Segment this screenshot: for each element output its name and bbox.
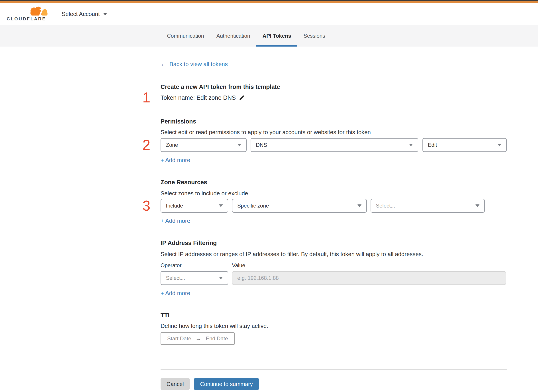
account-selector[interactable]: Select Account — [62, 3, 107, 25]
chevron-down-icon — [219, 277, 223, 279]
tab-api-tokens[interactable]: API Tokens — [256, 25, 297, 47]
ip-filtering-add-more-link[interactable]: + Add more — [161, 290, 190, 296]
ttl-section: TTL Define how long this token will stay… — [161, 312, 507, 345]
permissions-description: Select edit or read permissions to apply… — [161, 129, 507, 135]
value-label: Value — [232, 262, 245, 268]
ip-filtering-labels: Operator Value — [161, 262, 507, 268]
back-link-label: Back to view all tokens — [169, 61, 228, 68]
back-arrow-icon: ← — [161, 61, 167, 67]
add-more-label: + Add more — [161, 218, 190, 224]
zone-type-value: Specific zone — [237, 203, 269, 209]
main-content: ← Back to view all tokens Create a new A… — [161, 61, 507, 390]
arrow-right-icon: → — [196, 335, 201, 342]
cloudflare-cloud-icon — [28, 6, 49, 16]
zone-resources-section: Zone Resources Select zones to include o… — [161, 179, 507, 224]
zone-mode-value: Include — [166, 203, 183, 209]
permission-scope-value: Zone — [166, 142, 178, 148]
permissions-add-more-link[interactable]: + Add more — [161, 157, 190, 163]
cloudflare-logo: CLOUDFLARE — [7, 6, 49, 22]
ip-operator-placeholder: Select... — [166, 275, 185, 281]
zone-mode-select[interactable]: Include — [161, 199, 228, 213]
chevron-down-icon — [357, 205, 361, 207]
account-selector-label: Select Account — [62, 11, 100, 18]
add-more-label: + Add more — [161, 290, 190, 297]
permissions-section: Permissions Select edit or read permissi… — [161, 118, 507, 163]
tab-sessions[interactable]: Sessions — [297, 25, 331, 47]
add-more-label: + Add more — [161, 157, 190, 164]
zone-resources-add-more-link[interactable]: + Add more — [161, 218, 190, 224]
zone-resources-heading: Zone Resources — [161, 179, 507, 186]
ip-operator-select[interactable]: Select... — [161, 271, 228, 285]
footer-actions: Cancel Continue to summary — [161, 378, 507, 390]
permission-resource-select[interactable]: DNS — [251, 138, 418, 152]
chevron-down-icon — [497, 144, 501, 146]
permission-resource-value: DNS — [256, 142, 267, 148]
ttl-heading: TTL — [161, 312, 507, 319]
chevron-down-icon — [409, 144, 413, 146]
edit-pencil-icon[interactable] — [239, 95, 245, 101]
step-number-1: 1 — [140, 90, 153, 105]
ip-filtering-row: Select... — [161, 271, 507, 285]
brand-top-bar — [0, 1, 538, 3]
chevron-down-icon — [475, 205, 479, 207]
tab-authentication[interactable]: Authentication — [210, 25, 256, 47]
zone-type-select[interactable]: Specific zone — [232, 199, 367, 213]
header: CLOUDFLARE Select Account — [0, 3, 538, 25]
zone-picker-select[interactable]: Select... — [370, 199, 485, 213]
permission-scope-select[interactable]: Zone — [161, 138, 247, 152]
zone-resources-row: 3 Include Specific zone Select... — [161, 199, 507, 213]
token-name-row: 1 Token name: Edit zone DNS — [161, 94, 507, 102]
cancel-button[interactable]: Cancel — [161, 378, 190, 390]
continue-to-summary-button[interactable]: Continue to summary — [194, 378, 259, 390]
ttl-description: Define how long this token will stay act… — [161, 323, 507, 329]
ip-value-input[interactable] — [232, 271, 506, 285]
zone-picker-placeholder: Select... — [376, 203, 395, 209]
token-name-label: Token name: Edit zone DNS — [161, 94, 236, 101]
ip-filtering-heading: IP Address Filtering — [161, 240, 507, 246]
chevron-down-icon — [103, 13, 107, 15]
start-date-placeholder: Start Date — [167, 336, 191, 342]
end-date-placeholder: End Date — [206, 336, 228, 342]
step-number-3: 3 — [140, 198, 153, 214]
back-link[interactable]: ← Back to view all tokens — [161, 61, 228, 67]
tab-strip: Communication Authentication API Tokens … — [0, 25, 538, 47]
tab-communication[interactable]: Communication — [161, 25, 210, 47]
permission-access-select[interactable]: Edit — [422, 138, 507, 152]
ip-filtering-description: Select IP addresses or ranges of IP addr… — [161, 251, 507, 257]
tabs: Communication Authentication API Tokens … — [161, 25, 538, 47]
cloudflare-wordmark: CLOUDFLARE — [7, 16, 49, 22]
zone-resources-description: Select zones to include or exclude. — [161, 190, 507, 197]
chevron-down-icon — [219, 205, 223, 207]
ip-filtering-section: IP Address Filtering Select IP addresses… — [161, 240, 507, 296]
chevron-down-icon — [237, 144, 241, 146]
step-number-2: 2 — [140, 137, 153, 153]
permissions-row: 2 Zone DNS Edit — [161, 138, 507, 152]
operator-label: Operator — [161, 262, 232, 268]
page-title: Create a new API token from this templat… — [161, 83, 507, 90]
permission-access-value: Edit — [428, 142, 437, 148]
footer-divider — [161, 369, 507, 370]
ttl-date-range-picker[interactable]: Start Date → End Date — [161, 332, 235, 345]
permissions-heading: Permissions — [161, 118, 507, 125]
